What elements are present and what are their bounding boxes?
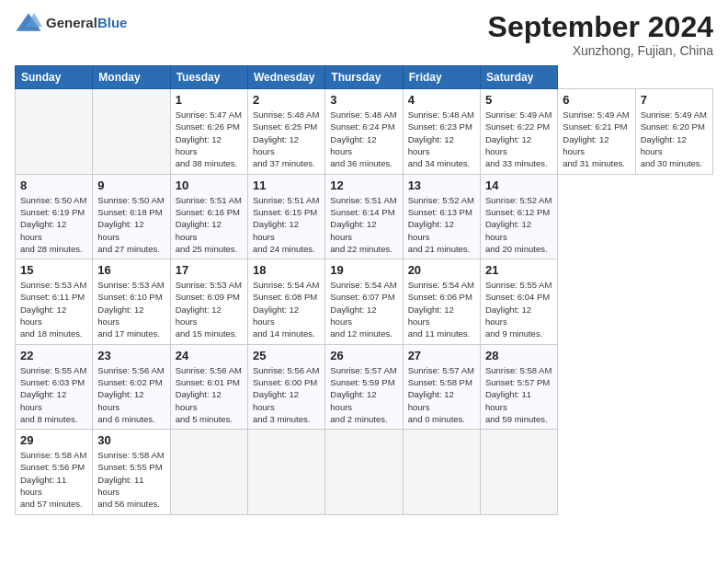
- day-number: 21: [485, 263, 552, 277]
- calendar-cell: 8Sunrise: 5:50 AM Sunset: 6:19 PM Daylig…: [16, 174, 93, 259]
- calendar-cell: 17Sunrise: 5:53 AM Sunset: 6:09 PM Dayli…: [170, 259, 247, 344]
- col-monday: Monday: [93, 66, 170, 89]
- day-info: Sunrise: 5:58 AM Sunset: 5:57 PM Dayligh…: [485, 364, 552, 425]
- calendar-cell: 18Sunrise: 5:54 AM Sunset: 6:08 PM Dayli…: [247, 259, 324, 344]
- calendar-cell: 25Sunrise: 5:56 AM Sunset: 6:00 PM Dayli…: [247, 344, 324, 429]
- col-wednesday: Wednesday: [247, 66, 324, 89]
- header-row: Sunday Monday Tuesday Wednesday Thursday…: [16, 66, 713, 89]
- day-number: 1: [176, 93, 243, 107]
- day-number: 26: [330, 349, 397, 362]
- day-info: Sunrise: 5:51 AM Sunset: 6:14 PM Dayligh…: [330, 194, 397, 255]
- day-info: Sunrise: 5:52 AM Sunset: 6:12 PM Dayligh…: [485, 194, 552, 255]
- day-info: Sunrise: 5:57 AM Sunset: 5:58 PM Dayligh…: [408, 364, 475, 425]
- logo: GeneralBlue: [15, 11, 127, 33]
- calendar-cell: 19Sunrise: 5:54 AM Sunset: 6:07 PM Dayli…: [325, 259, 403, 344]
- calendar-cell: [247, 430, 324, 514]
- calendar-cell: 29Sunrise: 5:58 AM Sunset: 5:56 PM Dayli…: [16, 430, 93, 514]
- calendar-cell: 6Sunrise: 5:49 AM Sunset: 6:21 PM Daylig…: [558, 89, 635, 174]
- day-info: Sunrise: 5:55 AM Sunset: 6:04 PM Dayligh…: [485, 279, 552, 339]
- day-info: Sunrise: 5:55 AM Sunset: 6:03 PM Dayligh…: [20, 364, 87, 425]
- day-number: 9: [97, 178, 165, 192]
- day-info: Sunrise: 5:50 AM Sunset: 6:18 PM Dayligh…: [97, 194, 165, 255]
- calendar-cell: 2Sunrise: 5:48 AM Sunset: 6:25 PM Daylig…: [247, 89, 324, 174]
- day-info: Sunrise: 5:49 AM Sunset: 6:22 PM Dayligh…: [485, 109, 552, 169]
- calendar-week-3: 15Sunrise: 5:53 AM Sunset: 6:11 PM Dayli…: [16, 259, 713, 344]
- day-number: 19: [330, 263, 397, 277]
- day-info: Sunrise: 5:56 AM Sunset: 6:02 PM Dayligh…: [97, 364, 165, 425]
- calendar-cell: 5Sunrise: 5:49 AM Sunset: 6:22 PM Daylig…: [480, 89, 557, 174]
- logo-icon: [15, 11, 42, 33]
- calendar-cell: [480, 430, 557, 514]
- day-number: 11: [253, 178, 320, 192]
- day-number: 12: [330, 178, 397, 192]
- calendar-cell: 30Sunrise: 5:58 AM Sunset: 5:55 PM Dayli…: [93, 430, 170, 514]
- calendar-cell: [325, 430, 403, 514]
- day-number: 3: [330, 93, 397, 107]
- day-number: 4: [408, 93, 475, 107]
- calendar-cell: 26Sunrise: 5:57 AM Sunset: 5:59 PM Dayli…: [325, 344, 403, 429]
- day-info: Sunrise: 5:57 AM Sunset: 5:59 PM Dayligh…: [330, 364, 397, 425]
- day-number: 2: [253, 93, 320, 107]
- calendar-cell: 7Sunrise: 5:49 AM Sunset: 6:20 PM Daylig…: [635, 89, 712, 174]
- day-info: Sunrise: 5:50 AM Sunset: 6:19 PM Dayligh…: [20, 194, 87, 255]
- location: Xunzhong, Fujian, China: [488, 43, 713, 58]
- calendar-cell: 13Sunrise: 5:52 AM Sunset: 6:13 PM Dayli…: [403, 174, 480, 259]
- day-number: 16: [97, 263, 165, 277]
- calendar-cell: 22Sunrise: 5:55 AM Sunset: 6:03 PM Dayli…: [16, 344, 93, 429]
- day-info: Sunrise: 5:47 AM Sunset: 6:26 PM Dayligh…: [176, 109, 243, 169]
- calendar-cell: 27Sunrise: 5:57 AM Sunset: 5:58 PM Dayli…: [403, 344, 480, 429]
- day-info: Sunrise: 5:53 AM Sunset: 6:10 PM Dayligh…: [97, 279, 165, 339]
- calendar-table: Sunday Monday Tuesday Wednesday Thursday…: [15, 65, 713, 514]
- logo-text: GeneralBlue: [46, 15, 127, 30]
- day-info: Sunrise: 5:49 AM Sunset: 6:20 PM Dayligh…: [641, 109, 708, 169]
- day-number: 5: [485, 93, 552, 107]
- calendar-cell: 23Sunrise: 5:56 AM Sunset: 6:02 PM Dayli…: [93, 344, 170, 429]
- day-number: 7: [641, 93, 708, 107]
- calendar-cell: 10Sunrise: 5:51 AM Sunset: 6:16 PM Dayli…: [170, 174, 247, 259]
- calendar-week-5: 29Sunrise: 5:58 AM Sunset: 5:56 PM Dayli…: [16, 430, 713, 514]
- calendar-cell: [93, 89, 170, 174]
- day-info: Sunrise: 5:51 AM Sunset: 6:15 PM Dayligh…: [253, 194, 320, 255]
- calendar-cell: 21Sunrise: 5:55 AM Sunset: 6:04 PM Dayli…: [480, 259, 557, 344]
- day-info: Sunrise: 5:54 AM Sunset: 6:07 PM Dayligh…: [330, 279, 397, 339]
- col-tuesday: Tuesday: [170, 66, 247, 89]
- day-info: Sunrise: 5:48 AM Sunset: 6:25 PM Dayligh…: [253, 109, 320, 169]
- calendar-week-1: 1Sunrise: 5:47 AM Sunset: 6:26 PM Daylig…: [16, 89, 713, 174]
- day-info: Sunrise: 5:58 AM Sunset: 5:56 PM Dayligh…: [20, 449, 87, 510]
- calendar-cell: 1Sunrise: 5:47 AM Sunset: 6:26 PM Daylig…: [170, 89, 247, 174]
- calendar-week-4: 22Sunrise: 5:55 AM Sunset: 6:03 PM Dayli…: [16, 344, 713, 429]
- calendar-cell: 12Sunrise: 5:51 AM Sunset: 6:14 PM Dayli…: [325, 174, 403, 259]
- calendar-cell: 11Sunrise: 5:51 AM Sunset: 6:15 PM Dayli…: [247, 174, 324, 259]
- day-info: Sunrise: 5:52 AM Sunset: 6:13 PM Dayligh…: [408, 194, 475, 255]
- day-number: 27: [408, 349, 475, 362]
- calendar-cell: 9Sunrise: 5:50 AM Sunset: 6:18 PM Daylig…: [93, 174, 170, 259]
- day-number: 15: [20, 263, 87, 277]
- day-info: Sunrise: 5:51 AM Sunset: 6:16 PM Dayligh…: [176, 194, 243, 255]
- day-info: Sunrise: 5:49 AM Sunset: 6:21 PM Dayligh…: [563, 109, 630, 169]
- calendar-cell: 14Sunrise: 5:52 AM Sunset: 6:12 PM Dayli…: [480, 174, 557, 259]
- calendar-cell: 24Sunrise: 5:56 AM Sunset: 6:01 PM Dayli…: [170, 344, 247, 429]
- day-info: Sunrise: 5:56 AM Sunset: 6:00 PM Dayligh…: [253, 364, 320, 425]
- calendar-cell: 4Sunrise: 5:48 AM Sunset: 6:23 PM Daylig…: [403, 89, 480, 174]
- title-area: September 2024 Xunzhong, Fujian, China: [488, 11, 713, 58]
- day-number: 17: [176, 263, 243, 277]
- day-info: Sunrise: 5:54 AM Sunset: 6:06 PM Dayligh…: [408, 279, 475, 339]
- col-friday: Friday: [403, 66, 480, 89]
- calendar-cell: [170, 430, 247, 514]
- day-number: 6: [563, 93, 630, 107]
- col-saturday: Saturday: [480, 66, 557, 89]
- day-number: 18: [253, 263, 320, 277]
- day-number: 20: [408, 263, 475, 277]
- day-info: Sunrise: 5:56 AM Sunset: 6:01 PM Dayligh…: [176, 364, 243, 425]
- day-number: 30: [97, 433, 165, 447]
- day-info: Sunrise: 5:53 AM Sunset: 6:11 PM Dayligh…: [20, 279, 87, 339]
- day-info: Sunrise: 5:48 AM Sunset: 6:24 PM Dayligh…: [330, 109, 397, 169]
- page: GeneralBlue September 2024 Xunzhong, Fuj…: [0, 0, 728, 563]
- day-info: Sunrise: 5:48 AM Sunset: 6:23 PM Dayligh…: [408, 109, 475, 169]
- calendar-cell: 20Sunrise: 5:54 AM Sunset: 6:06 PM Dayli…: [403, 259, 480, 344]
- calendar-cell: 15Sunrise: 5:53 AM Sunset: 6:11 PM Dayli…: [16, 259, 93, 344]
- day-number: 25: [253, 349, 320, 362]
- day-number: 8: [20, 178, 87, 192]
- calendar-cell: [16, 89, 93, 174]
- day-number: 13: [408, 178, 475, 192]
